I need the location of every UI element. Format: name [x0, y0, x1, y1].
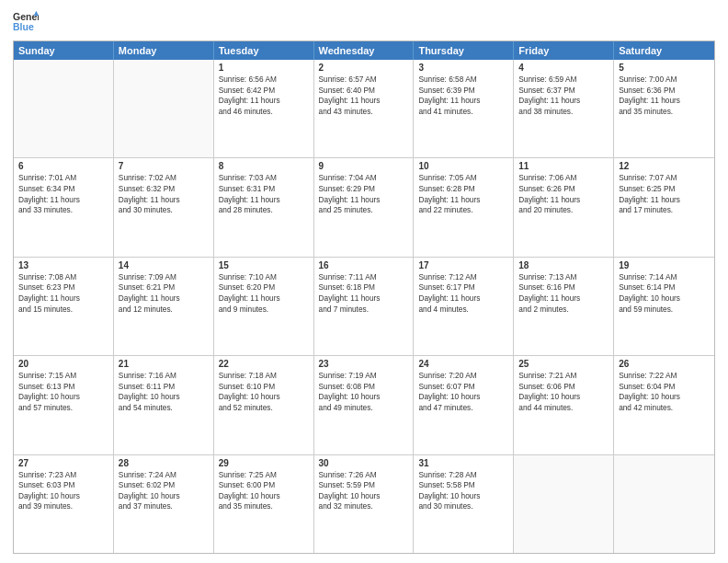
cell-info-line: Sunrise: 7:20 AM — [418, 371, 508, 382]
cell-info-line: Sunrise: 7:04 AM — [319, 173, 409, 184]
cell-info-line: Sunset: 6:26 PM — [518, 184, 609, 195]
cell-info-line: and 25 minutes. — [319, 205, 409, 216]
day-cell-5: 5Sunrise: 7:00 AMSunset: 6:36 PMDaylight… — [614, 60, 714, 157]
cell-info-line: Daylight: 10 hours — [119, 392, 209, 403]
cell-info-line: Sunset: 6:18 PM — [319, 282, 409, 293]
cell-info-line: Daylight: 10 hours — [18, 392, 108, 403]
day-number: 20 — [18, 359, 108, 369]
cell-info-line: Sunrise: 7:25 AM — [219, 470, 309, 481]
cell-info-line: Sunset: 6:03 PM — [18, 480, 108, 491]
logo: General Blue — [13, 9, 39, 35]
cell-info-line: Sunset: 6:14 PM — [619, 282, 710, 293]
header-cell-sunday: Sunday — [14, 41, 114, 60]
cell-info-line: and 42 minutes. — [619, 403, 710, 414]
cell-info-line: Sunrise: 7:15 AM — [18, 371, 108, 382]
day-cell-8: 8Sunrise: 7:03 AMSunset: 6:31 PMDaylight… — [214, 158, 314, 256]
day-number: 29 — [219, 458, 309, 468]
day-number: 27 — [18, 458, 108, 468]
cell-info-line: Sunset: 6:29 PM — [319, 184, 409, 195]
cell-info-line: and 15 minutes. — [18, 304, 108, 316]
day-cell-23: 23Sunrise: 7:19 AMSunset: 6:08 PMDayligh… — [314, 356, 415, 454]
header-cell-tuesday: Tuesday — [214, 41, 314, 60]
cell-info-line: Sunrise: 7:01 AM — [18, 173, 108, 184]
day-cell-empty-4-6 — [614, 455, 714, 553]
cell-info-line: Daylight: 11 hours — [319, 293, 409, 304]
cell-info-line: Sunrise: 6:57 AM — [319, 75, 409, 86]
day-number: 8 — [219, 161, 309, 171]
day-cell-21: 21Sunrise: 7:16 AMSunset: 6:11 PMDayligh… — [114, 356, 214, 454]
cell-info-line: and 33 minutes. — [18, 205, 108, 216]
calendar-row-3: 20Sunrise: 7:15 AMSunset: 6:13 PMDayligh… — [14, 356, 714, 454]
day-cell-11: 11Sunrise: 7:06 AMSunset: 6:26 PMDayligh… — [514, 158, 614, 256]
cell-info-line: Daylight: 10 hours — [119, 491, 209, 502]
cell-info-line: Daylight: 10 hours — [18, 491, 108, 502]
calendar-body: 1Sunrise: 6:56 AMSunset: 6:42 PMDaylight… — [14, 60, 714, 553]
day-cell-25: 25Sunrise: 7:21 AMSunset: 6:06 PMDayligh… — [514, 356, 614, 454]
cell-info-line: Sunrise: 7:13 AM — [518, 272, 609, 283]
calendar-row-2: 13Sunrise: 7:08 AMSunset: 6:23 PMDayligh… — [14, 258, 714, 356]
calendar-row-0: 1Sunrise: 6:56 AMSunset: 6:42 PMDaylight… — [14, 60, 714, 158]
cell-info-line: Sunset: 6:34 PM — [18, 184, 108, 195]
cell-info-line: and 2 minutes. — [518, 304, 609, 316]
cell-info-line: Daylight: 10 hours — [219, 491, 309, 502]
calendar-row-1: 6Sunrise: 7:01 AMSunset: 6:34 PMDaylight… — [14, 158, 714, 257]
cell-info-line: Daylight: 10 hours — [219, 392, 309, 403]
day-number: 16 — [319, 260, 409, 270]
cell-info-line: Sunset: 6:00 PM — [219, 480, 309, 491]
day-cell-19: 19Sunrise: 7:14 AMSunset: 6:14 PMDayligh… — [614, 258, 714, 355]
cell-info-line: Sunset: 6:37 PM — [518, 86, 609, 97]
cell-info-line: Sunset: 6:02 PM — [119, 480, 209, 491]
cell-info-line: and 30 minutes. — [418, 501, 508, 512]
cell-info-line: and 49 minutes. — [319, 403, 409, 414]
cell-info-line: Sunset: 6:13 PM — [18, 382, 108, 393]
cell-info-line: Sunrise: 7:18 AM — [219, 371, 309, 382]
cell-info-line: Sunset: 6:20 PM — [219, 282, 309, 293]
cell-info-line: Daylight: 10 hours — [319, 392, 409, 403]
cell-info-line: Sunset: 6:11 PM — [119, 382, 209, 393]
day-number: 7 — [119, 161, 209, 171]
day-number: 24 — [418, 359, 508, 369]
cell-info-line: and 30 minutes. — [119, 205, 209, 216]
cell-info-line: Daylight: 11 hours — [518, 293, 609, 304]
cell-info-line: and 9 minutes. — [219, 304, 309, 316]
logo-icon: General Blue — [13, 9, 39, 35]
cell-info-line: and 7 minutes. — [319, 304, 409, 316]
calendar-row-4: 27Sunrise: 7:23 AMSunset: 6:03 PMDayligh… — [14, 455, 714, 553]
cell-info-line: Daylight: 11 hours — [219, 195, 309, 206]
cell-info-line: Daylight: 11 hours — [18, 195, 108, 206]
cell-info-line: Sunrise: 7:19 AM — [319, 371, 409, 382]
day-number: 9 — [319, 161, 409, 171]
day-number: 28 — [119, 458, 209, 468]
cell-info-line: and 35 minutes. — [619, 107, 710, 118]
day-cell-14: 14Sunrise: 7:09 AMSunset: 6:21 PMDayligh… — [114, 258, 214, 355]
header-cell-wednesday: Wednesday — [314, 41, 415, 60]
cell-info-line: Sunset: 6:17 PM — [418, 282, 508, 293]
cell-info-line: Sunrise: 7:28 AM — [418, 470, 508, 481]
cell-info-line: Daylight: 11 hours — [418, 96, 508, 107]
cell-info-line: Daylight: 11 hours — [119, 195, 209, 206]
cell-info-line: Sunset: 6:08 PM — [319, 382, 409, 393]
header-cell-saturday: Saturday — [614, 41, 714, 60]
cell-info-line: Sunrise: 7:05 AM — [418, 173, 508, 184]
cell-info-line: Daylight: 11 hours — [319, 96, 409, 107]
cell-info-line: Sunrise: 7:03 AM — [219, 173, 309, 184]
cell-info-line: Daylight: 10 hours — [518, 392, 609, 403]
cell-info-line: and 52 minutes. — [219, 403, 309, 414]
day-cell-6: 6Sunrise: 7:01 AMSunset: 6:34 PMDaylight… — [14, 158, 114, 256]
cell-info-line: Sunset: 6:28 PM — [418, 184, 508, 195]
day-number: 26 — [619, 359, 710, 369]
day-number: 6 — [18, 161, 108, 171]
cell-info-line: Sunset: 5:59 PM — [319, 480, 409, 491]
header-cell-thursday: Thursday — [414, 41, 514, 60]
day-number: 15 — [219, 260, 309, 270]
cell-info-line: and 59 minutes. — [619, 304, 710, 316]
cell-info-line: Daylight: 11 hours — [119, 293, 209, 304]
cell-info-line: Daylight: 11 hours — [619, 96, 710, 107]
day-cell-24: 24Sunrise: 7:20 AMSunset: 6:07 PMDayligh… — [414, 356, 514, 454]
cell-info-line: and 17 minutes. — [619, 205, 710, 216]
day-number: 31 — [418, 458, 508, 468]
cell-info-line: Sunrise: 7:21 AM — [518, 371, 609, 382]
cell-info-line: and 32 minutes. — [319, 501, 409, 512]
cell-info-line: Sunset: 6:06 PM — [518, 382, 609, 393]
cell-info-line: Sunrise: 6:58 AM — [418, 75, 508, 86]
